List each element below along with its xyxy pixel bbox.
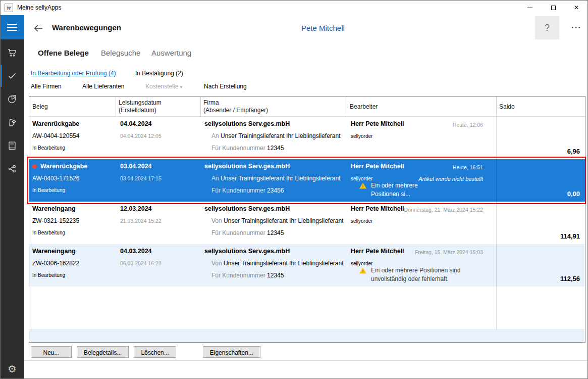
service-date: 04.03.2024 bbox=[120, 248, 152, 255]
editor-app: sellyorder bbox=[351, 218, 372, 224]
doc-type: Wareneingang bbox=[32, 248, 76, 255]
tab-belegsuche[interactable]: Belegsuche bbox=[101, 49, 140, 57]
column-header-firma[interactable]: Firma(Absender / Empfänger) bbox=[203, 97, 268, 117]
sidebar-item-share[interactable] bbox=[0, 157, 24, 180]
column-header-saldo[interactable]: Saldo bbox=[499, 97, 515, 117]
table-footer-strip bbox=[29, 329, 585, 342]
check-icon bbox=[7, 70, 18, 81]
pie-chart-icon bbox=[7, 93, 18, 105]
loeschen-button[interactable]: Löschen... bbox=[134, 346, 176, 358]
edit-timestamp: Donnerstag, 21. März 2024 15:22 bbox=[351, 207, 483, 213]
more-options-button[interactable]: ··· bbox=[567, 16, 585, 39]
help-icon: ? bbox=[545, 23, 550, 33]
column-divider bbox=[347, 97, 347, 117]
eigenschaften-button[interactable]: Eigenschaften... bbox=[203, 346, 260, 358]
back-arrow-icon bbox=[32, 22, 45, 34]
sidebar-item-tasks[interactable] bbox=[0, 64, 24, 87]
table-row[interactable]: Wareneingang ZW-0306-162822 In Bearbeitu… bbox=[29, 244, 585, 287]
cart-icon bbox=[7, 47, 18, 58]
column-divider bbox=[200, 97, 201, 117]
share-icon bbox=[7, 163, 18, 174]
customer-line: Für Kundennummer 12345 bbox=[211, 229, 284, 236]
doc-type: Wareneingang bbox=[32, 205, 76, 212]
page-title: Warenbewegungen bbox=[52, 23, 121, 32]
warning-message: Ein oder mehrerePositionen si... bbox=[359, 181, 485, 199]
book-icon bbox=[7, 140, 18, 151]
table-empty-area bbox=[29, 287, 585, 330]
settings-button[interactable]: ⚙ bbox=[0, 363, 24, 375]
editor-app: sellyorder bbox=[351, 261, 372, 266]
red-dot-icon bbox=[32, 164, 37, 169]
sidebar-item-reports[interactable] bbox=[0, 87, 24, 111]
doc-status: In Bearbeitung bbox=[32, 230, 65, 235]
company-name: sellysolutions Serv.ges.mbH bbox=[204, 120, 290, 127]
ellipsis-icon: ··· bbox=[571, 23, 581, 33]
gear-icon: ⚙ bbox=[8, 363, 17, 374]
maximize-button[interactable] bbox=[542, 0, 565, 15]
doc-number: AW-0404-120554 bbox=[32, 132, 79, 139]
service-date: 12.03.2024 bbox=[120, 205, 152, 212]
saldo-value: 6,96 bbox=[567, 148, 580, 155]
table-row[interactable]: Wareneingang ZW-0321-152235 In Bearbeitu… bbox=[29, 202, 585, 244]
saldo-value: 0,00 bbox=[567, 190, 580, 198]
filter-alle-firmen[interactable]: Alle Firmen bbox=[31, 83, 62, 90]
doc-number: AW-0403-171526 bbox=[32, 175, 79, 182]
sidebar-item-cart[interactable] bbox=[0, 41, 24, 64]
saldo-value: 114,91 bbox=[560, 232, 580, 240]
hamburger-icon bbox=[7, 24, 17, 25]
window-controls: ✕ bbox=[518, 0, 588, 15]
customer-line: Für Kundennummer 12345 bbox=[211, 145, 284, 152]
footer-divider bbox=[24, 360, 588, 361]
window-title: Meine sellyApps bbox=[17, 4, 61, 11]
minimize-button[interactable] bbox=[518, 0, 542, 15]
filter-alle-lieferanten[interactable]: Alle Lieferanten bbox=[82, 83, 124, 90]
column-header-beleg[interactable]: Beleg bbox=[32, 97, 48, 117]
customer-line: Für Kundennummer 12345 bbox=[211, 272, 284, 279]
column-divider bbox=[496, 117, 497, 329]
warning-icon bbox=[359, 266, 367, 274]
table-header: Beleg Leistungsdatum(Erstelldatum) Firma… bbox=[29, 97, 585, 117]
filter-in-bestaetigung-link[interactable]: In Bestätigung (2) bbox=[135, 70, 183, 77]
partner-line: Von Unser Trainingslieferant Ihr Lieblin… bbox=[211, 260, 344, 267]
documents-table: Beleg Leistungsdatum(Erstelldatum) Firma… bbox=[29, 96, 585, 343]
sidebar-item-sales[interactable] bbox=[0, 111, 24, 134]
table-row-selected[interactable]: Warenrückgabe AW-0403-171526 In Bearbeit… bbox=[29, 159, 585, 202]
company-name: sellysolutions Serv.ges.mbH bbox=[204, 163, 290, 170]
column-header-bearbeiter[interactable]: Bearbeiter bbox=[350, 97, 378, 117]
tab-offene-belege[interactable]: Offene Belege bbox=[38, 49, 89, 57]
hamburger-menu-button[interactable] bbox=[0, 15, 24, 39]
filter-kostenstelle[interactable]: Kostenstelle▾ bbox=[145, 83, 182, 90]
doc-type: Warenrückgabe bbox=[32, 163, 87, 170]
saldo-value: 112,56 bbox=[560, 275, 580, 282]
edit-timestamp: Heute, 12:06 bbox=[351, 122, 483, 128]
chevron-down-icon: ▾ bbox=[180, 84, 182, 89]
filter-nach-erstellung[interactable]: Nach Erstellung bbox=[204, 83, 247, 90]
warning-icon bbox=[359, 181, 367, 190]
table-row[interactable]: Warenrückgabe AW-0404-120554 In Bearbeit… bbox=[29, 117, 585, 159]
created-date: 06.03.2024 16:28 bbox=[120, 260, 162, 266]
partner-line: An Unser Trainingslieferant Ihr Liebling… bbox=[211, 175, 341, 182]
column-header-leistungsdatum[interactable]: Leistungsdatum(Erstelldatum) bbox=[119, 97, 162, 117]
sidebar-item-journal[interactable] bbox=[0, 134, 24, 157]
customer-line: Für Kundennummer 23456 bbox=[211, 187, 284, 194]
close-button[interactable]: ✕ bbox=[565, 0, 588, 15]
filter-in-bearbeitung-link[interactable]: In Bearbeitung oder Prüfung (4) bbox=[31, 70, 116, 77]
editor-app: sellyorder bbox=[351, 133, 372, 139]
company-name: sellysolutions Serv.ges.mbH bbox=[204, 248, 290, 255]
edit-timestamp: Heute, 16:51 bbox=[351, 164, 483, 170]
price-tag-icon bbox=[7, 117, 18, 128]
partner-line: Von Unser Trainingslieferant Ihr Lieblin… bbox=[211, 217, 344, 224]
tab-auswertung[interactable]: Auswertung bbox=[151, 49, 191, 57]
maximize-icon bbox=[551, 6, 556, 10]
back-button[interactable] bbox=[31, 21, 46, 35]
user-name[interactable]: Pete Mitchell bbox=[301, 24, 345, 32]
service-date: 03.04.2024 bbox=[120, 163, 152, 170]
neu-button[interactable]: Neu... bbox=[31, 346, 72, 358]
company-name: sellysolutions Serv.ges.mbH bbox=[204, 205, 290, 212]
belegdetails-button[interactable]: Belegdetails... bbox=[77, 346, 129, 358]
doc-type: Warenrückgabe bbox=[32, 120, 79, 127]
doc-number: ZW-0321-152235 bbox=[32, 217, 79, 224]
main-area: Warenbewegungen Pete Mitchell ? ··· Offe… bbox=[24, 15, 588, 379]
help-button[interactable]: ? bbox=[535, 16, 559, 39]
warning-message: Ein oder mehrere Positionen sindunvollst… bbox=[359, 266, 485, 283]
